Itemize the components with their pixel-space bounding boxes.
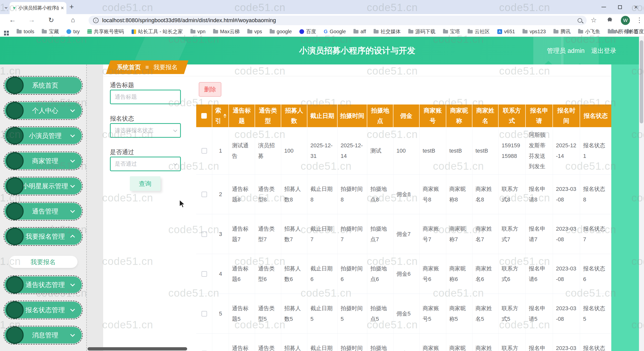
logout-link[interactable]: 退出登录 xyxy=(591,47,616,55)
table-header-cell[interactable]: 商家昵称 xyxy=(446,104,472,127)
window-minimize-button[interactable] xyxy=(596,0,612,14)
sidebar-item-2[interactable]: 小演员管理 xyxy=(4,126,83,145)
bookmark-item[interactable]: 共享账号密码 xyxy=(87,28,124,35)
table-header-cell[interactable]: 佣金 xyxy=(393,104,420,127)
table-cell: 2023-03-08 xyxy=(553,214,580,254)
bookmark-item[interactable]: vps123 xyxy=(522,29,546,34)
url-text[interactable]: localhost:8080/springboot33d98/admin/dis… xyxy=(102,17,574,24)
bookmark-item[interactable] xyxy=(4,31,9,33)
site-info-icon[interactable]: i xyxy=(93,18,99,23)
forward-icon[interactable]: → xyxy=(28,16,35,24)
tab-search-icon[interactable]: ⌄ xyxy=(4,3,9,10)
bookmark-item[interactable]: google xyxy=(270,29,292,34)
menu-dot-icon xyxy=(6,326,24,344)
table-header-cell[interactable]: 索引 xyxy=(212,104,229,127)
home-icon[interactable]: ⌂ xyxy=(71,16,75,24)
bookmark-item[interactable]: Google xyxy=(324,29,346,34)
row-checkbox[interactable] xyxy=(202,192,207,197)
sort-carets-icon[interactable] xyxy=(223,114,226,118)
search-button[interactable]: 查询 xyxy=(130,176,160,191)
table-cell: 联系方式8 xyxy=(499,174,526,214)
window-maximize-button[interactable] xyxy=(612,0,628,14)
bookmarks-bar: tools 宝藏 txy 共享账号密码 站长工具 - 站长之家 vpn Max云… xyxy=(0,27,644,37)
bookmark-item[interactable]: 宝藏 xyxy=(42,28,59,35)
table-header-cell[interactable]: 截止日期 xyxy=(307,104,338,127)
sidebar-item-1[interactable]: 个人中心 xyxy=(4,101,83,120)
bookmark-item[interactable]: aff xyxy=(353,29,366,34)
breadcrumb-home-link[interactable]: 系统首页 xyxy=(117,63,141,71)
sidebar-item-6[interactable]: 我要报名管理 xyxy=(4,227,83,246)
row-checkbox[interactable] xyxy=(202,231,207,237)
back-icon[interactable]: ← xyxy=(9,16,16,24)
table-header-cell[interactable]: 商家账号 xyxy=(420,104,446,127)
row-checkbox[interactable] xyxy=(202,148,207,154)
bookmark-item[interactable]: tools xyxy=(17,29,34,34)
sidebar-item-9[interactable]: 消息管理 xyxy=(4,326,83,344)
table-header-cell[interactable]: 招募人数 xyxy=(281,104,307,127)
table-header-cell[interactable]: 通告标题 xyxy=(229,104,255,127)
bookmark-item[interactable]: 宝塔 xyxy=(443,28,460,35)
row-checkbox[interactable] xyxy=(202,311,207,317)
bookmark-item[interactable]: v651 xyxy=(497,29,515,34)
table-cell: 商家账号5 xyxy=(420,294,446,333)
table-cell: 报名状态4 xyxy=(580,334,611,351)
tab-close-icon[interactable]: × xyxy=(61,5,64,11)
browser-tab[interactable]: ▼ 小演员招募小程序的设计与开发 × xyxy=(10,2,66,14)
bookmark-item[interactable]: 站长工具 - 站长之家 xyxy=(132,28,183,35)
table-header-row: 索引 通告标题 通告类型 招募人数 截止日期 拍摄时间 拍摄地点 佣金 商家账号… xyxy=(196,104,611,127)
table-header-cell[interactable]: 报名状态 xyxy=(580,104,611,127)
bookmark-item[interactable]: 百度 xyxy=(299,28,316,35)
horizontal-scrollbar-thumb[interactable] xyxy=(88,347,187,350)
zoom-icon[interactable] xyxy=(578,18,582,23)
bookmark-item[interactable]: 社交媒体 xyxy=(374,28,401,35)
table-header-cell[interactable]: 联系方式 xyxy=(499,104,526,127)
url-bar[interactable]: i localhost:8080/springboot33d98/admin/d… xyxy=(89,16,587,25)
table-header-cell[interactable]: 报名时间 xyxy=(553,104,580,127)
reload-icon[interactable]: ↻ xyxy=(48,16,54,24)
sidebar-item-3[interactable]: 商家管理 xyxy=(4,152,83,170)
table-header-cell[interactable]: 拍摄地点 xyxy=(367,104,393,127)
window-close-button[interactable]: × xyxy=(628,0,644,14)
right-background-strip xyxy=(611,64,639,351)
bookmark-item[interactable]: vpn xyxy=(190,29,206,34)
filter-input-title[interactable] xyxy=(110,90,181,104)
filter-label-status: 报名状态 xyxy=(110,115,134,123)
filter-select-pass[interactable]: 是否通过 xyxy=(110,157,181,171)
bookmark-item[interactable]: 源码下载 xyxy=(408,28,435,35)
sidebar-item-5[interactable]: 通告管理 xyxy=(4,202,83,221)
table-header-cell[interactable]: 商家姓名 xyxy=(472,104,499,127)
sidebar-subitem[interactable]: 我要报名 xyxy=(9,256,77,268)
bookmark-item[interactable]: vps xyxy=(247,29,262,34)
sidebar-item-7[interactable]: 通告状态管理 xyxy=(4,275,83,294)
table-row: 2通告标题8通告类型8招募人数8截止日期8拍摄时间8拍摄地点8佣金8商家账号8商… xyxy=(196,174,611,214)
all-bookmarks-label: 所有书签 xyxy=(618,28,638,35)
bookmark-item[interactable]: 云社区 xyxy=(468,28,490,35)
sidebar-item-4[interactable]: 小明星展示管理 xyxy=(4,177,83,195)
row-checkbox[interactable] xyxy=(202,271,207,277)
bookmark-item[interactable]: Max云梯 xyxy=(213,28,240,35)
bookmark-item[interactable]: 小飞鱼 xyxy=(578,28,600,35)
table-header-cell[interactable]: 报名申请 xyxy=(526,104,553,127)
bookmark-item[interactable]: 腾讯 xyxy=(553,28,571,35)
bookmark-item[interactable]: txy xyxy=(66,29,80,34)
browser-menu-icon[interactable]: ⋮ xyxy=(636,16,643,24)
table-cell: 测试通告 xyxy=(229,127,255,174)
extensions-icon[interactable] xyxy=(607,17,613,24)
filter-select-status[interactable]: 请选择报名状态 xyxy=(110,123,181,138)
table-cell: 佣金4 xyxy=(393,334,420,351)
profile-avatar[interactable]: W xyxy=(621,16,630,25)
all-bookmarks-button[interactable]: 所有书签 xyxy=(611,28,638,35)
table-cell: 2 xyxy=(212,174,229,214)
sidebar-item-8[interactable]: 报名状态管理 xyxy=(4,301,83,319)
select-all-checkbox[interactable] xyxy=(201,113,207,119)
sidebar-item-0[interactable]: 系统首页 xyxy=(4,76,83,95)
table-header-cell[interactable]: 通告类型 xyxy=(255,104,281,127)
table-cell: 商家昵称4 xyxy=(446,334,472,351)
delete-button[interactable]: 删除 xyxy=(199,82,221,97)
vertical-scrollbar-thumb[interactable] xyxy=(640,40,643,123)
new-tab-button[interactable]: + xyxy=(69,3,74,11)
folder-icon xyxy=(374,30,379,33)
bookmark-star-icon[interactable]: ☆ xyxy=(591,16,597,24)
table-header-cell[interactable]: 拍摄时间 xyxy=(338,104,367,127)
vertical-scrollbar[interactable] xyxy=(639,37,644,351)
